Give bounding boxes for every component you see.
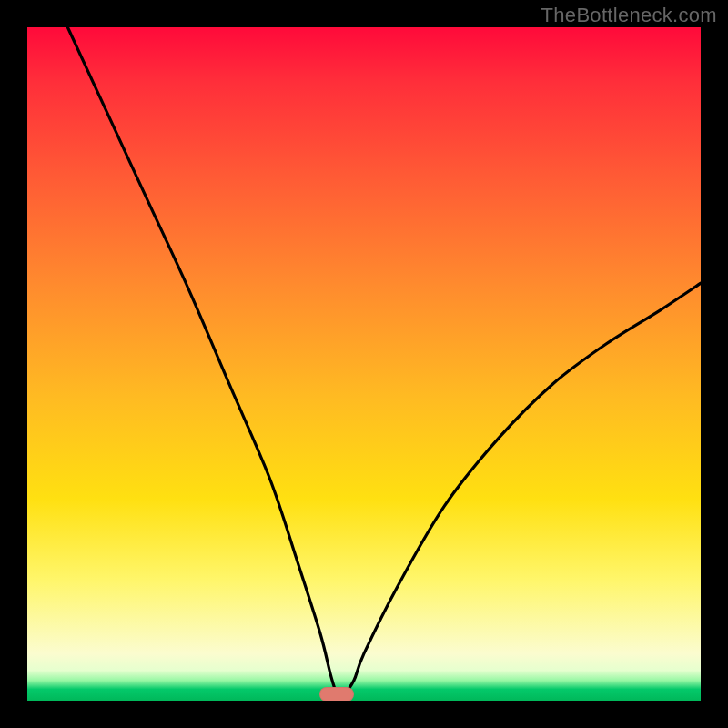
chart-frame: TheBottleneck.com	[0, 0, 728, 728]
plot-area	[27, 27, 701, 701]
watermark-text: TheBottleneck.com	[541, 4, 717, 27]
optimal-point-marker	[319, 687, 354, 701]
bottleneck-curve	[27, 27, 701, 701]
